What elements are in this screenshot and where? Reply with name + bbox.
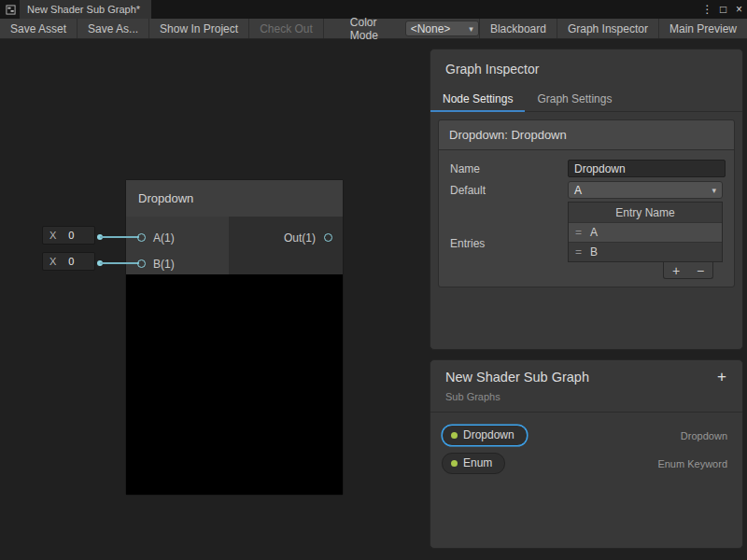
entry-row-a[interactable]: = A bbox=[569, 222, 722, 242]
kebab-menu-icon[interactable]: ⋮ bbox=[699, 0, 715, 19]
default-property-row: Default A ▾ bbox=[439, 179, 734, 201]
port-default-field-b[interactable]: X 0 bbox=[42, 252, 95, 271]
default-dropdown-value: A bbox=[574, 184, 582, 197]
property-pill-label: Dropdown bbox=[463, 428, 514, 441]
input-port-a-label: A(1) bbox=[153, 231, 175, 245]
blackboard-header: New Shader Sub Graph Sub Graphs + bbox=[430, 360, 742, 413]
default-label: Default bbox=[450, 184, 568, 197]
name-input[interactable] bbox=[568, 160, 726, 177]
blackboard-title: New Shader Sub Graph bbox=[445, 370, 727, 385]
drag-handle-icon[interactable]: = bbox=[575, 245, 582, 259]
default-dropdown[interactable]: A ▾ bbox=[568, 181, 723, 199]
tab-graph-settings[interactable]: Graph Settings bbox=[525, 88, 624, 111]
entries-property-row: Entries Entry Name = A = B bbox=[439, 201, 734, 262]
toolbar-right-group: Blackboard Graph Inspector Main Preview bbox=[479, 19, 747, 38]
shader-graph-window: New Shader Sub Graph* ⋮ □ × Save Asset S… bbox=[0, 0, 747, 560]
drag-handle-icon[interactable]: = bbox=[575, 226, 582, 239]
window-title: New Shader Sub Graph* bbox=[27, 4, 140, 15]
inspector-tabs: Node Settings Graph Settings bbox=[430, 88, 742, 112]
color-mode-value: <None> bbox=[411, 22, 451, 35]
property-pill-enum[interactable]: Enum bbox=[442, 453, 505, 474]
document-tab[interactable]: New Shader Sub Graph* bbox=[20, 0, 151, 19]
entry-row-b[interactable]: = B bbox=[569, 242, 722, 261]
edge-line bbox=[100, 262, 139, 264]
add-entry-button[interactable]: + bbox=[664, 262, 688, 278]
input-port-b-label: B(1) bbox=[153, 258, 175, 271]
graph-inspector-toggle-button[interactable]: Graph Inspector bbox=[557, 19, 658, 38]
close-icon[interactable]: × bbox=[731, 0, 747, 19]
remove-entry-button[interactable]: − bbox=[688, 262, 712, 278]
property-dot-icon bbox=[451, 460, 458, 467]
port-default-field-a[interactable]: X 0 bbox=[42, 226, 95, 245]
name-property-row: Name bbox=[439, 158, 734, 179]
tab-node-settings[interactable]: Node Settings bbox=[430, 88, 525, 111]
property-type-label: Enum Keyword bbox=[657, 458, 727, 469]
color-mode-dropdown[interactable]: <None> ▾ bbox=[405, 21, 479, 36]
input-port-b[interactable] bbox=[137, 259, 146, 268]
chevron-down-icon: ▾ bbox=[712, 186, 716, 195]
blackboard-panel: New Shader Sub Graph Sub Graphs + Dropdo… bbox=[430, 359, 743, 549]
graph-inspector-panel: Graph Inspector Node Settings Graph Sett… bbox=[430, 49, 743, 350]
axis-x-value[interactable]: 0 bbox=[68, 230, 74, 241]
blackboard-items: Dropdown Dropdown Enum Enum Keyword bbox=[430, 413, 742, 478]
name-label: Name bbox=[450, 162, 568, 175]
input-port-a[interactable] bbox=[137, 233, 146, 242]
blackboard-item: Enum Enum Keyword bbox=[430, 450, 742, 478]
blackboard-item: Dropdown Dropdown bbox=[430, 422, 742, 450]
edge-line bbox=[100, 236, 139, 238]
node-title[interactable]: Dropdown bbox=[126, 180, 343, 217]
window-controls: ⋮ □ × bbox=[699, 0, 747, 19]
entry-name: A bbox=[590, 226, 598, 239]
axis-x-label: X bbox=[49, 256, 56, 267]
main-preview-toggle-button[interactable]: Main Preview bbox=[658, 19, 747, 38]
show-in-project-button[interactable]: Show In Project bbox=[149, 19, 249, 38]
property-type-label: Dropdown bbox=[681, 430, 727, 441]
inspector-title: Graph Inspector bbox=[430, 49, 742, 88]
entries-list: Entry Name = A = B bbox=[568, 202, 723, 262]
check-out-button: Check Out bbox=[249, 19, 324, 38]
property-dot-icon bbox=[451, 432, 458, 439]
chevron-down-icon: ▾ bbox=[469, 24, 473, 34]
axis-x-label: X bbox=[49, 230, 56, 241]
output-port-label: Out(1) bbox=[261, 231, 316, 245]
toolbar: Save Asset Save As... Show In Project Ch… bbox=[0, 19, 747, 39]
entry-name: B bbox=[590, 245, 598, 259]
entries-list-header: Entry Name bbox=[569, 203, 722, 222]
property-pill-label: Enum bbox=[463, 456, 492, 469]
add-property-button[interactable]: + bbox=[712, 368, 731, 386]
save-asset-button[interactable]: Save Asset bbox=[0, 19, 78, 38]
node-settings-section: Dropdown: Dropdown Name Default A ▾ Entr… bbox=[438, 119, 735, 287]
blackboard-subtitle: Sub Graphs bbox=[445, 391, 727, 402]
entries-label: Entries bbox=[450, 202, 568, 262]
dropdown-node[interactable]: Dropdown bbox=[126, 180, 343, 495]
output-port[interactable] bbox=[324, 233, 332, 242]
maximize-icon[interactable]: □ bbox=[715, 0, 731, 19]
save-as-button[interactable]: Save As... bbox=[78, 19, 149, 38]
entries-list-footer: + − bbox=[439, 262, 734, 279]
app-icon bbox=[6, 5, 16, 15]
color-mode-label: Color Mode bbox=[350, 19, 405, 38]
property-pill-dropdown[interactable]: Dropdown bbox=[442, 425, 528, 446]
section-title: Dropdown: Dropdown bbox=[439, 120, 734, 150]
node-preview bbox=[126, 274, 343, 495]
entries-footer-buttons: + − bbox=[663, 262, 713, 279]
axis-x-value[interactable]: 0 bbox=[68, 256, 74, 267]
blackboard-toggle-button[interactable]: Blackboard bbox=[479, 19, 557, 38]
